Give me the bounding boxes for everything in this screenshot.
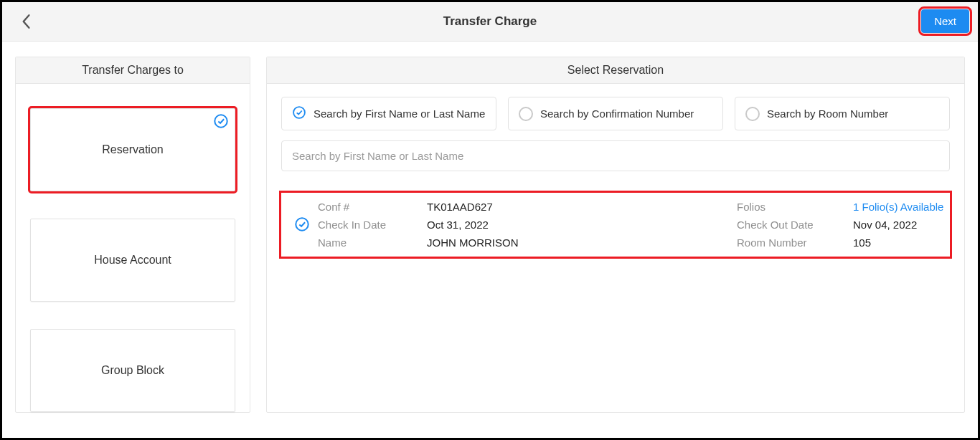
select-reservation-body: Search by First Name or Last Name Search… [267, 84, 964, 269]
tile-label: House Account [94, 254, 171, 267]
tab-search-by-name[interactable]: Search by First Name or Last Name [281, 97, 496, 130]
label-conf: Conf # [318, 201, 418, 213]
transfer-to-body: Reservation House Account Group Block [16, 84, 250, 426]
label-room: Room Number [737, 236, 844, 249]
reservation-result[interactable]: Conf # TK01AAD627 Folios 1 Folio(s) Avai… [281, 193, 950, 257]
select-reservation-title: Select Reservation [267, 57, 964, 84]
search-tabs: Search by First Name or Last Name Search… [281, 97, 950, 130]
value-name: JOHN MORRISON [427, 236, 728, 249]
tab-label: Search by First Name or Last Name [314, 107, 485, 120]
svg-point-0 [215, 115, 227, 127]
tab-search-by-room[interactable]: Search by Room Number [735, 97, 950, 130]
value-room: 105 [853, 236, 945, 249]
transfer-to-panel: Transfer Charges to Reservation House Ac… [15, 57, 250, 413]
next-button[interactable]: Next [921, 9, 969, 33]
label-folios: Folios [737, 201, 844, 213]
tile-label: Reservation [102, 143, 163, 156]
app-frame: Transfer Charge Next Transfer Charges to… [0, 0, 980, 440]
tile-reservation[interactable]: Reservation [30, 108, 235, 191]
svg-point-2 [296, 218, 308, 230]
body: Transfer Charges to Reservation House Ac… [2, 44, 978, 438]
result-check-icon [286, 201, 318, 232]
tab-label: Search by Room Number [767, 107, 888, 120]
tile-house-account[interactable]: House Account [30, 219, 235, 302]
search-input[interactable] [281, 140, 950, 171]
result-body: Conf # TK01AAD627 Folios 1 Folio(s) Avai… [318, 201, 945, 249]
header-bar: Transfer Charge Next [2, 2, 978, 42]
chevron-left-icon [21, 14, 31, 29]
svg-point-1 [293, 107, 305, 118]
label-name: Name [318, 236, 418, 249]
tile-group-block[interactable]: Group Block [30, 329, 235, 412]
label-checkout: Check Out Date [737, 219, 844, 231]
select-reservation-panel: Select Reservation Search by First Name … [266, 57, 965, 413]
check-circle-icon [292, 105, 306, 122]
value-checkout: Nov 04, 2022 [853, 219, 945, 231]
value-checkin: Oct 31, 2022 [427, 219, 728, 231]
value-conf: TK01AAD627 [427, 201, 728, 213]
page-title: Transfer Charge [2, 14, 978, 29]
transfer-to-title: Transfer Charges to [16, 57, 250, 84]
label-checkin: Check In Date [318, 219, 418, 231]
tab-label: Search by Confirmation Number [540, 107, 694, 120]
value-folios[interactable]: 1 Folio(s) Available [853, 201, 945, 213]
radio-icon [745, 107, 760, 121]
radio-icon [519, 107, 533, 121]
check-circle-icon [213, 113, 229, 132]
back-button[interactable] [15, 11, 37, 32]
tile-label: Group Block [101, 364, 164, 377]
tab-search-by-conf[interactable]: Search by Confirmation Number [508, 97, 723, 130]
